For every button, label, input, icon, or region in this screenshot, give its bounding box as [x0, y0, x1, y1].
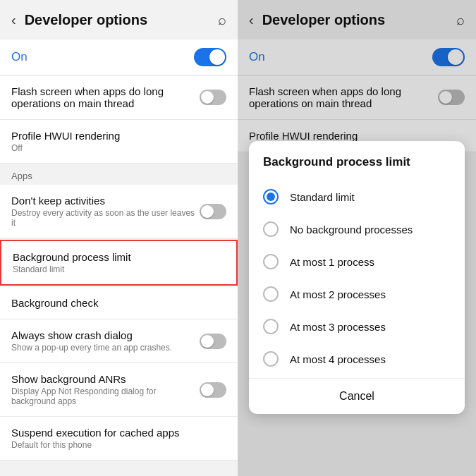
left-anrs-toggle-knob: [201, 384, 214, 396]
dialog-option-4-processes-label: At most 4 processes: [290, 353, 386, 365]
dialog-option-2-processes-label: At most 2 processes: [290, 288, 386, 300]
left-always-crash-subtitle: Show a pop-up every time an app crashes.: [11, 343, 200, 353]
left-show-bg-anrs-title: Show background ANRs: [11, 373, 200, 385]
left-suspend-exec-title: Suspend execution for cached apps: [11, 427, 226, 439]
dialog-option-4-processes[interactable]: At most 4 processes: [249, 343, 465, 375]
left-bg-process-limit-title: Background process limit: [13, 251, 225, 263]
dialog-option-1-process[interactable]: At most 1 process: [249, 245, 465, 278]
left-flash-toggle[interactable]: [200, 90, 226, 105]
left-dont-keep-item[interactable]: Don't keep activities Destroy every acti…: [0, 185, 238, 238]
dialog-cancel-button[interactable]: Cancel: [249, 378, 465, 414]
radio-2-processes[interactable]: [263, 286, 279, 302]
left-suspend-exec-content: Suspend execution for cached apps Defaul…: [11, 427, 226, 450]
left-crash-toggle[interactable]: [200, 334, 226, 349]
left-profile-hwui-subtitle: Off: [11, 143, 226, 153]
radio-4-processes[interactable]: [263, 351, 279, 367]
left-toggle-row: On: [0, 39, 238, 75]
dialog-option-1-process-label: At most 1 process: [290, 256, 374, 268]
dialog-option-standard-label: Standard limit: [290, 191, 355, 203]
dialog-option-no-bg[interactable]: No background processes: [249, 213, 465, 245]
left-toggle-label: On: [11, 50, 194, 64]
left-apps-section: Apps: [0, 164, 238, 185]
left-profile-hwui-item[interactable]: Profile HWUI rendering Off: [0, 120, 238, 164]
left-apps-label: Apps: [11, 171, 32, 181]
radio-no-bg[interactable]: [263, 221, 279, 237]
left-show-bg-anrs-item[interactable]: Show background ANRs Display App Not Res…: [0, 363, 238, 417]
left-search-icon[interactable]: ⌕: [218, 12, 226, 28]
left-toggle-switch[interactable]: [194, 48, 226, 66]
left-bg-check-content: Background check: [11, 297, 226, 309]
bg-process-dialog: Background process limit Standard limit …: [249, 141, 465, 414]
left-suspend-exec-subtitle: Default for this phone: [11, 440, 226, 450]
radio-standard-inner: [267, 193, 275, 201]
left-dont-keep-toggle-knob: [201, 205, 214, 218]
left-flash-screen-item[interactable]: Flash screen when apps do long operation…: [0, 75, 238, 120]
left-suspend-exec-item[interactable]: Suspend execution for cached apps Defaul…: [0, 417, 238, 460]
left-flash-toggle-knob: [201, 91, 214, 104]
left-profile-hwui-content: Profile HWUI rendering Off: [11, 130, 226, 153]
left-panel: ‹ Developer options ⌕ On Flash screen wh…: [0, 0, 238, 476]
right-panel: ‹ Developer options ⌕ On Flash screen wh…: [238, 0, 476, 476]
left-profile-hwui-title: Profile HWUI rendering: [11, 130, 226, 142]
left-show-bg-anrs-subtitle: Display App Not Responding dialog for ba…: [11, 386, 200, 406]
left-bg-process-limit-content: Background process limit Standard limit: [13, 251, 225, 274]
left-dont-keep-title: Don't keep activities: [11, 195, 200, 207]
right-panel-content: ‹ Developer options ⌕ On Flash screen wh…: [238, 0, 476, 476]
dialog-option-standard[interactable]: Standard limit: [249, 181, 465, 213]
left-always-crash-title: Always show crash dialog: [11, 329, 200, 341]
left-dont-keep-subtitle: Destroy every activity as soon as the us…: [11, 208, 200, 228]
radio-standard[interactable]: [263, 189, 279, 205]
dialog-cancel-text: Cancel: [339, 390, 374, 402]
dialog-option-3-processes-label: At most 3 processes: [290, 321, 386, 333]
left-dont-keep-content: Don't keep activities Destroy every acti…: [11, 195, 200, 228]
left-dont-keep-toggle[interactable]: [200, 204, 226, 219]
dialog-option-no-bg-label: No background processes: [290, 224, 413, 236]
left-bg-check-item[interactable]: Background check: [0, 287, 238, 319]
left-bg-check-title: Background check: [11, 297, 226, 309]
left-bg-process-limit-subtitle: Standard limit: [13, 264, 225, 274]
left-header: ‹ Developer options ⌕: [0, 0, 238, 39]
radio-3-processes[interactable]: [263, 319, 279, 334]
left-always-crash-item[interactable]: Always show crash dialog Show a pop-up e…: [0, 319, 238, 363]
radio-1-process[interactable]: [263, 254, 279, 269]
dialog-option-2-processes[interactable]: At most 2 processes: [249, 278, 465, 310]
dialog-option-3-processes[interactable]: At most 3 processes: [249, 310, 465, 343]
dialog-title: Background process limit: [249, 155, 465, 181]
left-crash-toggle-knob: [201, 335, 214, 348]
left-header-title: Developer options: [25, 12, 218, 28]
left-flash-screen-content: Flash screen when apps do long operation…: [11, 85, 200, 109]
left-always-crash-content: Always show crash dialog Show a pop-up e…: [11, 329, 200, 353]
left-back-arrow[interactable]: ‹: [11, 12, 16, 28]
left-show-bg-anrs-content: Show background ANRs Display App Not Res…: [11, 373, 200, 406]
left-toggle-knob: [209, 49, 225, 65]
left-anrs-toggle[interactable]: [200, 382, 226, 398]
left-flash-screen-title: Flash screen when apps do long operation…: [11, 85, 200, 109]
left-bg-process-limit-item[interactable]: Background process limit Standard limit: [0, 240, 238, 286]
